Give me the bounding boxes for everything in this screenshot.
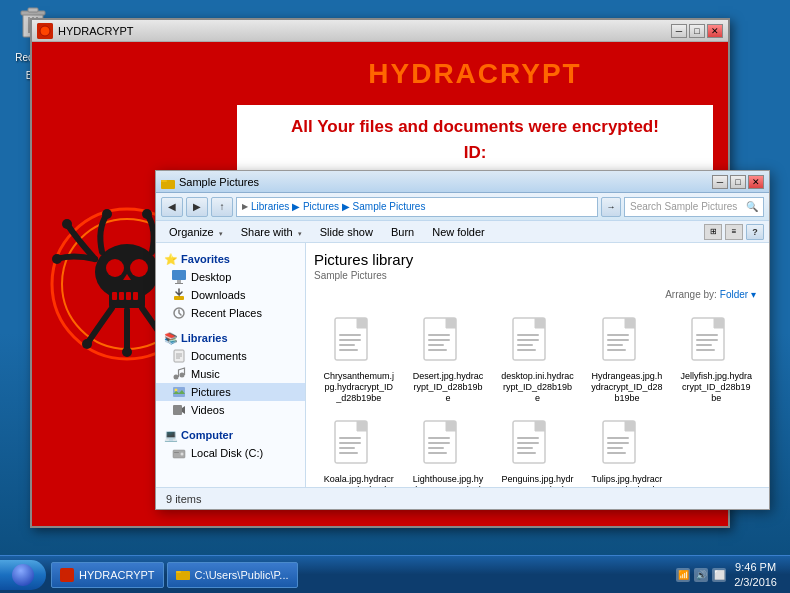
explorer-maximize-button[interactable]: □ xyxy=(730,175,746,189)
help-button[interactable]: ? xyxy=(746,224,764,240)
arrange-dropdown-arrow: ▾ xyxy=(751,289,756,300)
file-item[interactable]: Lighthouse.jpg.hydracrypt_ID_d28b19be xyxy=(407,415,488,487)
sidebar-item-desktop[interactable]: Desktop xyxy=(156,268,305,286)
hydracrypt-message-box: All Your files and documents were encryp… xyxy=(237,105,713,176)
sidebar-item-local-disk[interactable]: Local Disk (C:) xyxy=(156,444,305,462)
file-item[interactable]: Desert.jpg.hydracrypt_ID_d28b19be xyxy=(407,312,488,407)
id-text: ID: xyxy=(252,139,698,166)
recent-icon xyxy=(172,306,186,320)
pictures-icon xyxy=(172,385,186,399)
taskbar-task-hydracrypt[interactable]: HYDRACRYPT xyxy=(51,562,164,588)
doc-icon xyxy=(511,419,553,469)
taskbar: HYDRACRYPT C:\Users\Public\P... 📶 🔊 ⬜ 9:… xyxy=(0,555,790,593)
svg-rect-79 xyxy=(339,442,361,444)
svg-rect-81 xyxy=(339,452,358,454)
computer-label: 💻 Computer xyxy=(156,427,305,444)
encrypted-message: All Your files and documents were encryp… xyxy=(252,115,698,139)
start-orb xyxy=(12,564,34,586)
file-item[interactable]: Chrysanthemum.jpg.hydracrypt_ID_d28b19be xyxy=(318,312,399,407)
svg-rect-84 xyxy=(428,437,450,439)
svg-point-25 xyxy=(122,347,132,357)
svg-rect-68 xyxy=(607,344,623,346)
svg-rect-17 xyxy=(133,292,138,300)
go-button[interactable]: → xyxy=(601,197,621,217)
arrange-value[interactable]: Folder ▾ xyxy=(720,289,756,300)
file-item[interactable]: Hydrangeas.jpg.hydracrypt_ID_d28b19be xyxy=(586,312,667,407)
sidebar-item-recent[interactable]: Recent Places xyxy=(156,304,305,322)
file-item[interactable]: Jellyfish.jpg.hydracrypt_ID_d28b19be xyxy=(676,312,757,407)
desktop: Recycle Bin HYDRACRYPT ─ □ ✕ xyxy=(0,0,790,555)
start-button[interactable] xyxy=(0,560,46,590)
svg-rect-78 xyxy=(339,437,361,439)
tray-icon-volume: 🔊 xyxy=(694,568,708,582)
svg-point-7 xyxy=(40,26,50,36)
file-icon xyxy=(601,316,653,368)
menu-slide-show[interactable]: Slide show xyxy=(312,224,381,240)
svg-point-38 xyxy=(174,375,179,380)
svg-rect-96 xyxy=(607,437,629,439)
svg-rect-87 xyxy=(428,452,447,454)
menu-share-with[interactable]: Share with ▾ xyxy=(233,224,310,240)
explorer-sidebar: ⭐ Favorites Desktop Downloads Recent Pla… xyxy=(156,243,306,487)
file-name: Lighthouse.jpg.hydracrypt_ID_d28b19be xyxy=(411,474,484,487)
svg-point-19 xyxy=(52,254,62,264)
view-button-2[interactable]: ≡ xyxy=(725,224,743,240)
menu-burn[interactable]: Burn xyxy=(383,224,422,240)
arrange-bar: Arrange by: Folder ▾ xyxy=(314,289,761,300)
sidebar-item-music[interactable]: Music xyxy=(156,365,305,383)
svg-rect-77 xyxy=(357,421,367,431)
svg-rect-72 xyxy=(696,334,718,336)
doc-icon xyxy=(601,419,643,469)
file-name: Chrysanthemum.jpg.hydracrypt_ID_d28b19be xyxy=(322,371,395,403)
minimize-button[interactable]: ─ xyxy=(671,24,687,38)
doc-icon xyxy=(422,419,464,469)
svg-rect-66 xyxy=(607,334,629,336)
close-button[interactable]: ✕ xyxy=(707,24,723,38)
file-item[interactable]: Penguins.jpg.hydracrypt_ID_d28b19be xyxy=(497,415,578,487)
explorer-close-button[interactable]: ✕ xyxy=(748,175,764,189)
file-name: Tulips.jpg.hydracrypt_ID_d28b19be xyxy=(590,474,663,487)
file-item[interactable]: desktop.ini.hydracrypt_ID_d28b19be xyxy=(497,312,578,407)
file-item[interactable]: Koala.jpg.hydracrypt_ID_d28b19be xyxy=(318,415,399,487)
svg-rect-53 xyxy=(446,318,456,328)
titlebar-buttons: ─ □ ✕ xyxy=(671,24,723,38)
forward-button[interactable]: ▶ xyxy=(186,197,208,217)
maximize-button[interactable]: □ xyxy=(689,24,705,38)
taskbar-task-explorer[interactable]: C:\Users\Public\P... xyxy=(167,562,298,588)
explorer-content: ⭐ Favorites Desktop Downloads Recent Pla… xyxy=(156,243,769,487)
back-button[interactable]: ◀ xyxy=(161,197,183,217)
sidebar-item-documents[interactable]: Documents xyxy=(156,347,305,365)
menu-new-folder[interactable]: New folder xyxy=(424,224,493,240)
svg-rect-99 xyxy=(607,452,626,454)
explorer-minimize-button[interactable]: ─ xyxy=(712,175,728,189)
svg-rect-80 xyxy=(339,447,355,449)
sidebar-item-videos[interactable]: Videos xyxy=(156,401,305,419)
svg-rect-31 xyxy=(175,283,183,284)
svg-rect-95 xyxy=(625,421,635,431)
libraries-label: 📚 Libraries xyxy=(156,330,305,347)
clock: 9:46 PM 2/3/2016 xyxy=(734,560,777,589)
menu-organize[interactable]: Organize ▾ xyxy=(161,224,231,240)
file-item[interactable]: Tulips.jpg.hydracrypt_ID_d28b19be xyxy=(586,415,667,487)
svg-rect-57 xyxy=(428,349,447,351)
svg-rect-75 xyxy=(696,349,715,351)
svg-point-20 xyxy=(102,209,112,219)
up-button[interactable]: ↑ xyxy=(211,197,233,217)
file-icon xyxy=(511,419,563,471)
svg-point-24 xyxy=(82,339,92,349)
svg-point-100 xyxy=(61,569,73,581)
sidebar-item-downloads[interactable]: Downloads xyxy=(156,286,305,304)
svg-rect-16 xyxy=(126,292,131,300)
svg-rect-92 xyxy=(517,447,533,449)
explorer-titlebar: Sample Pictures ─ □ ✕ xyxy=(156,171,769,193)
file-icon xyxy=(422,316,474,368)
svg-rect-89 xyxy=(535,421,545,431)
view-button-1[interactable]: ⊞ xyxy=(704,224,722,240)
menu-right: ⊞ ≡ ? xyxy=(704,224,764,240)
address-bar[interactable]: ▶ Libraries ▶ Pictures ▶ Sample Pictures xyxy=(236,197,598,217)
sidebar-downloads-label: Downloads xyxy=(191,289,245,301)
sidebar-item-pictures[interactable]: Pictures xyxy=(156,383,305,401)
search-bar[interactable]: Search Sample Pictures 🔍 xyxy=(624,197,764,217)
svg-point-12 xyxy=(106,259,124,277)
svg-rect-42 xyxy=(173,405,182,415)
